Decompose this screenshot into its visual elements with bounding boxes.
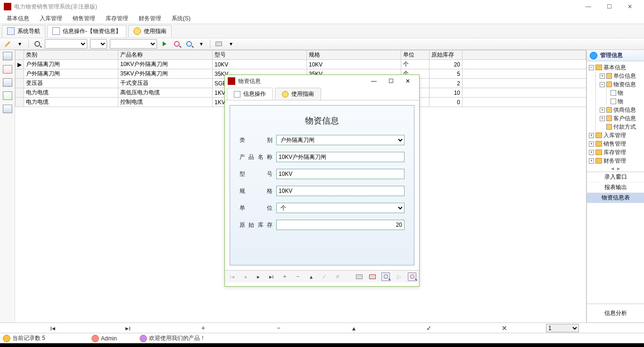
dialog-minimize-button[interactable]: —: [365, 75, 382, 87]
nav-first-button[interactable]: ı◂: [15, 324, 91, 332]
play-icon[interactable]: ▷: [395, 273, 403, 281]
dialog-close-button[interactable]: ✕: [399, 75, 416, 87]
dialog-tab-guide[interactable]: 使用指南: [275, 88, 321, 100]
print-dropdown[interactable]: ▾: [226, 39, 236, 49]
zoom-icon[interactable]: [408, 273, 416, 281]
run-button[interactable]: [160, 39, 169, 49]
expand-icon[interactable]: +: [600, 107, 605, 113]
confirm-icon[interactable]: ✓: [320, 273, 329, 281]
tree-leaf[interactable]: 物: [610, 89, 643, 97]
filter-select-1[interactable]: [45, 39, 87, 49]
nav-add-button[interactable]: ＋: [165, 324, 241, 332]
input-model[interactable]: [276, 169, 405, 179]
tab-info-ops[interactable]: 信息操作-【物资信息】: [47, 25, 126, 37]
nav-next-icon[interactable]: ▸: [254, 273, 263, 281]
col-spec[interactable]: 规格: [307, 50, 401, 60]
input-spec[interactable]: [276, 186, 405, 196]
leftbar-icon-4[interactable]: [3, 91, 12, 100]
nav-remove-button[interactable]: －: [241, 324, 316, 332]
tab-label: 使用指南: [144, 27, 166, 35]
tree-node-sales[interactable]: +销售管理: [588, 140, 643, 148]
up-icon[interactable]: ▴: [307, 273, 315, 281]
leftbar-icon-3[interactable]: [3, 78, 12, 87]
tab-guide[interactable]: 使用指南: [128, 25, 172, 37]
tab-system-nav[interactable]: 系统导航: [2, 25, 45, 37]
expand-icon[interactable]: +: [589, 158, 594, 164]
dialog-maximize-button[interactable]: ☐: [382, 75, 399, 87]
nav-tree[interactable]: − 基本信息 +单位信息 −物资信息 物 物 +供商信息 +客户信息 付款方式 …: [587, 61, 644, 165]
right-tab-analysis[interactable]: 信息分析: [587, 304, 644, 322]
tree-node-payment[interactable]: 付款方式: [599, 123, 643, 131]
search-button[interactable]: [33, 39, 42, 49]
nav-confirm-button[interactable]: ✓: [392, 324, 467, 332]
nav-prev-icon[interactable]: ◂: [241, 273, 249, 281]
find-button-1[interactable]: [172, 39, 182, 49]
filter-button[interactable]: ▾: [197, 39, 206, 49]
expand-icon[interactable]: +: [600, 116, 605, 121]
edit-button[interactable]: [3, 39, 12, 49]
filter-select-3[interactable]: [110, 39, 157, 49]
main-tabstrip: 系统导航 信息操作-【物资信息】 使用指南: [0, 24, 644, 38]
expand-icon[interactable]: +: [600, 74, 605, 79]
cancel-icon[interactable]: ✕: [333, 273, 342, 281]
nav-last-icon[interactable]: ▸ı: [267, 273, 276, 281]
tree-node-customer[interactable]: +客户信息: [599, 114, 643, 123]
tree-node-finance[interactable]: +财务管理: [588, 157, 643, 165]
minimize-button[interactable]: —: [578, 0, 599, 13]
filter-select-2[interactable]: [90, 39, 107, 49]
table-row[interactable]: ▶户外隔离刀闸10KV户外隔离刀闸10KV10KV个20: [16, 60, 586, 69]
expand-icon[interactable]: −: [600, 82, 605, 87]
input-name[interactable]: [276, 152, 405, 162]
right-tab-material[interactable]: 物资信息表: [587, 193, 644, 203]
expand-icon[interactable]: +: [589, 141, 594, 147]
nav-prev-button[interactable]: ▸ı: [91, 324, 166, 332]
preview-icon[interactable]: [381, 273, 390, 281]
tree-node-inventory[interactable]: +库存管理: [588, 148, 643, 157]
right-tab-entry[interactable]: 录入窗口: [587, 172, 644, 182]
leftbar-icon-2[interactable]: [3, 65, 12, 74]
leftbar-icon-5[interactable]: [3, 105, 12, 113]
col-category[interactable]: 类别: [24, 50, 118, 60]
menu-inbound[interactable]: 入库管理: [35, 14, 67, 24]
expand-icon[interactable]: −: [589, 65, 594, 70]
menu-sales[interactable]: 销售管理: [68, 14, 100, 24]
tree-label: 物: [618, 97, 623, 106]
nav-first-icon[interactable]: ı◂: [228, 273, 236, 281]
tree-root[interactable]: − 基本信息: [588, 63, 643, 72]
menu-inventory[interactable]: 库存管理: [101, 14, 133, 24]
close-button[interactable]: ✕: [619, 0, 640, 13]
scroll-left-icon[interactable]: ◄ ►: [587, 165, 644, 172]
nav-up-button[interactable]: ▴: [316, 324, 392, 332]
dialog-tab-info-ops[interactable]: 信息操作: [227, 88, 273, 100]
find-button-2[interactable]: [184, 39, 194, 49]
col-stock[interactable]: 原始库存: [429, 50, 462, 60]
menu-system[interactable]: 系统(S): [167, 14, 195, 24]
add-icon[interactable]: ＋: [281, 273, 289, 281]
nav-page-select[interactable]: 1: [546, 324, 579, 332]
remove-icon[interactable]: －: [294, 273, 302, 281]
dialog-titlebar[interactable]: 物资信息 — ☐ ✕: [225, 75, 419, 87]
expand-icon[interactable]: +: [589, 133, 594, 138]
expand-icon[interactable]: +: [589, 150, 594, 155]
nav-cancel-button[interactable]: ✕: [467, 324, 542, 332]
tree-node-supplier[interactable]: +供商信息: [599, 106, 643, 114]
print-button[interactable]: [214, 39, 223, 49]
leftbar-icon-1[interactable]: [3, 52, 12, 60]
print-red-icon[interactable]: [368, 273, 377, 281]
input-unit[interactable]: 个: [276, 203, 405, 213]
tree-leaf[interactable]: 物: [610, 97, 643, 106]
input-stock[interactable]: [276, 220, 405, 230]
print-icon[interactable]: [355, 273, 363, 281]
tree-node-material[interactable]: −物资信息: [599, 80, 643, 89]
col-unit[interactable]: 单位: [401, 50, 429, 60]
right-tab-report[interactable]: 报表输出: [587, 182, 644, 193]
tree-node-inbound[interactable]: +入库管理: [588, 131, 643, 140]
col-model[interactable]: 型号: [213, 50, 307, 60]
maximize-button[interactable]: ☐: [599, 0, 619, 13]
tree-node-unit[interactable]: +单位信息: [599, 72, 643, 80]
menu-finance[interactable]: 财务管理: [134, 14, 166, 24]
menu-basic-info[interactable]: 基本信息: [2, 14, 34, 24]
col-name[interactable]: 产品名称: [118, 50, 213, 60]
dropdown-1[interactable]: ▾: [15, 39, 25, 49]
input-category[interactable]: 户外隔离刀闸: [276, 135, 405, 145]
